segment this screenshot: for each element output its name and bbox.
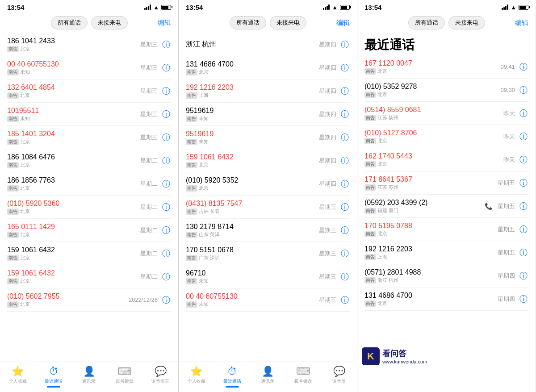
call-right: 星期三ⓘ	[140, 86, 171, 96]
info-button[interactable]: ⓘ	[161, 295, 171, 305]
tab-missed[interactable]: 未接来电	[91, 16, 128, 29]
tab-all[interactable]: 所有通话	[408, 16, 445, 29]
info-button[interactable]: ⓘ	[340, 225, 350, 235]
call-item[interactable]: 131 4686 4700南告北京星期四ⓘ	[364, 288, 528, 311]
info-button[interactable]: ⓘ	[161, 133, 171, 142]
nav-item-3[interactable]: ⌨拨号键盘	[290, 366, 317, 388]
call-item[interactable]: (010) 5920 5352南告北京星期四ⓘ	[186, 172, 350, 196]
call-item[interactable]: 192 1216 2203南告上海星期四ⓘ	[186, 79, 350, 103]
call-item[interactable]: 浙江 杭州星期四ⓘ	[186, 33, 350, 56]
call-location: 南告北京	[364, 300, 498, 307]
call-item[interactable]: 162 1740 5443南告北京昨天ⓘ	[364, 148, 528, 171]
nav-item-1[interactable]: ⏱最近通话	[219, 366, 246, 388]
call-item[interactable]: 9519619南告未知星期四ⓘ	[186, 103, 350, 126]
info-button[interactable]: ⓘ	[161, 202, 171, 212]
call-item[interactable]: 167 1120 0047南告北京09:41ⓘ	[364, 55, 528, 79]
call-item[interactable]: (010) 5127 8706南告北京昨天ⓘ	[364, 125, 528, 148]
call-item[interactable]: (0431) 8135 7547南告吉林 长春星期三ⓘ	[186, 196, 350, 219]
call-date: 星期二	[140, 250, 158, 258]
call-item[interactable]: 132 6401 4854南告北京星期三ⓘ	[7, 79, 171, 103]
call-info: (010) 5352 9278南告北京	[364, 83, 500, 98]
info-button[interactable]: ⓘ	[340, 179, 350, 189]
call-item[interactable]: 185 1401 3204南告北京星期三ⓘ	[7, 126, 171, 149]
call-item[interactable]: 96710南告未知星期三ⓘ	[186, 265, 350, 288]
call-item[interactable]: 00 40 60755130南告未知星期三ⓘ	[186, 288, 350, 312]
info-button[interactable]: ⓘ	[340, 86, 350, 96]
nav-item-0[interactable]: ⭐个人收藏	[4, 366, 31, 388]
info-button[interactable]: ⓘ	[340, 272, 350, 282]
call-item[interactable]: 171 8641 5367南告江苏 苏州星期五ⓘ	[364, 171, 528, 195]
info-button[interactable]: ⓘ	[340, 133, 350, 142]
nav-active-indicator	[47, 386, 60, 388]
nav-item-2[interactable]: 👤通讯录	[75, 366, 102, 388]
call-item[interactable]: (010) 5602 7955南告北京2022/12/26ⓘ	[7, 288, 171, 312]
edit-button[interactable]: 编辑	[158, 19, 171, 27]
call-item[interactable]: 131 4686 4700南告北京星期四ⓘ	[186, 56, 350, 79]
info-button[interactable]: ⓘ	[340, 249, 350, 259]
call-date: 星期五	[498, 202, 515, 210]
tab-missed[interactable]: 未接来电	[448, 16, 485, 29]
call-info: (0592) 203 4399 (2)南告福建 厦门	[364, 199, 485, 214]
info-button[interactable]: ⓘ	[519, 225, 528, 234]
call-right: 昨天ⓘ	[503, 132, 528, 142]
info-button[interactable]: ⓘ	[161, 225, 171, 235]
call-item[interactable]: 165 0111 1429南告北京星期二ⓘ	[7, 219, 171, 242]
call-item[interactable]: 186 1041 2433南告北京星期三ⓘ	[7, 33, 171, 56]
info-button[interactable]: ⓘ	[519, 62, 528, 72]
call-item[interactable]: 159 1061 6432南告北京星期四ⓘ	[186, 149, 350, 172]
info-button[interactable]: ⓘ	[340, 295, 350, 305]
call-item[interactable]: 10195511南告未知星期三ⓘ	[7, 103, 171, 126]
tab-all[interactable]: 所有通话	[51, 16, 88, 29]
call-item[interactable]: 00 40 60755130南告未知星期三ⓘ	[7, 56, 171, 79]
info-button[interactable]: ⓘ	[340, 63, 350, 73]
location-tag: 南告	[364, 300, 376, 307]
call-item[interactable]: (010) 5920 5360南告北京星期二ⓘ	[7, 196, 171, 219]
info-button[interactable]: ⓘ	[519, 108, 528, 118]
info-button[interactable]: ⓘ	[519, 201, 528, 211]
call-item[interactable]: 159 1061 6432南告北京星期二ⓘ	[7, 265, 171, 288]
info-button[interactable]: ⓘ	[161, 40, 171, 50]
nav-item-2[interactable]: 👤通讯录	[254, 366, 281, 388]
info-button[interactable]: ⓘ	[161, 249, 171, 259]
info-button[interactable]: ⓘ	[161, 63, 171, 73]
nav-item-4[interactable]: 💬语音留	[326, 366, 352, 388]
info-button[interactable]: ⓘ	[340, 109, 350, 119]
call-item[interactable]: 170 5151 0678南告广东 深圳星期三ⓘ	[186, 242, 350, 265]
call-item[interactable]: (0571) 2801 4988南告浙江 杭州星期四ⓘ	[364, 264, 528, 288]
nav-item-4[interactable]: 💬语音留言	[147, 366, 174, 388]
info-button[interactable]: ⓘ	[340, 202, 350, 212]
call-item[interactable]: (0514) 8559 0681南告江苏 扬州昨天ⓘ	[364, 102, 528, 125]
nav-item-1[interactable]: ⏱最近通话	[40, 366, 67, 388]
info-button[interactable]: ⓘ	[519, 294, 528, 304]
info-button[interactable]: ⓘ	[519, 132, 528, 142]
info-button[interactable]: ⓘ	[519, 155, 528, 165]
info-button[interactable]: ⓘ	[519, 248, 528, 258]
info-button[interactable]: ⓘ	[161, 156, 171, 166]
call-item[interactable]: 186 1856 7763南告北京星期二ⓘ	[7, 172, 171, 196]
info-button[interactable]: ⓘ	[519, 178, 528, 188]
edit-button[interactable]: 编辑	[515, 19, 528, 27]
call-item[interactable]: 186 1084 6476南告北京星期二ⓘ	[7, 149, 171, 172]
info-button[interactable]: ⓘ	[161, 86, 171, 96]
call-item[interactable]: 192 1216 2203南告上海星期五ⓘ	[364, 241, 528, 264]
info-button[interactable]: ⓘ	[161, 272, 171, 282]
call-item[interactable]: 9519619南告未知星期四ⓘ	[186, 126, 350, 149]
edit-button[interactable]: 编辑	[336, 19, 350, 27]
nav-item-0[interactable]: ⭐个人收藏	[183, 366, 210, 388]
info-button[interactable]: ⓘ	[340, 40, 350, 50]
nav-icon-4: 💬	[155, 366, 167, 377]
tab-all[interactable]: 所有通话	[230, 16, 266, 29]
info-button[interactable]: ⓘ	[340, 156, 350, 166]
tab-missed[interactable]: 未接来电	[270, 16, 306, 29]
call-item[interactable]: 130 2179 8714南告山东 菏泽星期三ⓘ	[186, 219, 350, 242]
info-button[interactable]: ⓘ	[519, 271, 528, 281]
nav-item-3[interactable]: ⌨拨号键盘	[111, 366, 138, 388]
info-button[interactable]: ⓘ	[161, 179, 171, 189]
call-item[interactable]: 170 5195 0788南告北京星期五ⓘ	[364, 218, 528, 241]
info-button[interactable]: ⓘ	[519, 85, 528, 95]
call-item[interactable]: (0592) 203 4399 (2)南告福建 厦门📞星期五ⓘ	[364, 195, 528, 218]
call-location: 南告福建 厦门	[364, 207, 485, 214]
info-button[interactable]: ⓘ	[161, 109, 171, 119]
call-item[interactable]: (010) 5352 9278南告北京09:30ⓘ	[364, 79, 528, 102]
call-item[interactable]: 159 1061 6432南告北京星期二ⓘ	[7, 242, 171, 265]
